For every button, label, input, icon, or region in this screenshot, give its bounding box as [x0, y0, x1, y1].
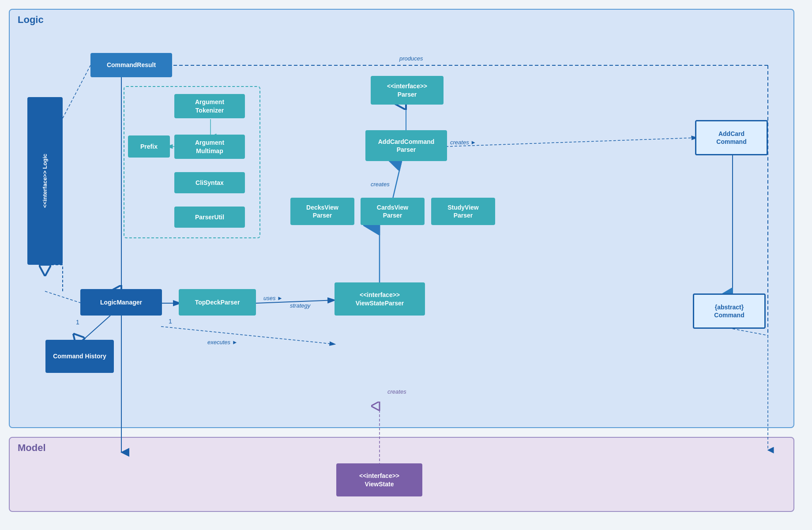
- command-history-node: Command History: [45, 340, 114, 373]
- prefix-node: Prefix: [128, 135, 170, 158]
- argument-tokenizer-node: ArgumentTokenizer: [174, 94, 245, 118]
- add-card-command-parser-node: AddCardCommandParser: [365, 130, 447, 161]
- strategy-label: strategy: [290, 302, 310, 309]
- view-state-node: <<interface>>ViewState: [336, 463, 422, 496]
- command-result-node: CommandResult: [90, 53, 172, 77]
- creates2-label: creates: [371, 181, 390, 188]
- parser-util-node: ParserUtil: [174, 207, 245, 228]
- executes-label: executes ►: [207, 339, 238, 346]
- parser-interface-node: <<interface>>Parser: [371, 76, 444, 105]
- add-card-command-node: AddCardCommand: [695, 120, 768, 155]
- decks-view-parser-node: DecksViewParser: [290, 198, 354, 225]
- produces-label: produces: [399, 55, 423, 62]
- top-deck-parser-node: TopDeckParser: [179, 289, 256, 316]
- num1-top-deck: 1: [169, 318, 172, 325]
- view-state-parser-node: <<interface>>ViewStateParser: [335, 282, 425, 316]
- cards-view-parser-node: CardsViewParser: [361, 198, 425, 225]
- model-label: Model: [18, 442, 46, 454]
- argument-multimap-node: ArgumentMultimap: [174, 135, 245, 159]
- logic-interface-node: <<interface>> Logic: [27, 97, 63, 265]
- abstract-command-node: {abstract}Command: [693, 293, 766, 329]
- creates1-label: creates ►: [450, 139, 476, 146]
- uses-label: uses ►: [263, 295, 283, 301]
- study-view-parser-node: StudyViewParser: [431, 198, 495, 225]
- creates3-label: creates: [387, 388, 406, 395]
- cli-syntax-node: CliSyntax: [174, 172, 245, 193]
- logic-label: Logic: [18, 14, 44, 26]
- logic-manager-node: LogicManager: [80, 289, 162, 316]
- num1-logic-manager: 1: [76, 319, 79, 326]
